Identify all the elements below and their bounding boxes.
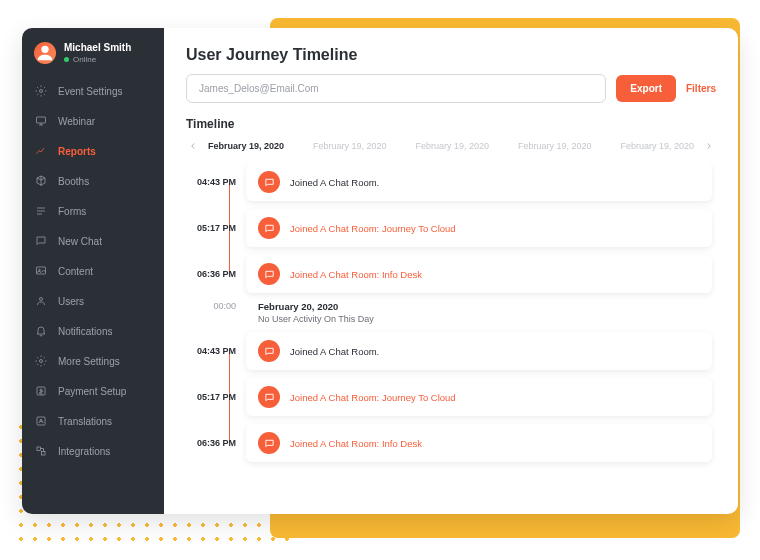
chat-icon (258, 171, 280, 193)
sidebar-item-label: Booths (58, 176, 89, 187)
sidebar-item-label: Notifications (58, 326, 112, 337)
sidebar-item-payment-setup[interactable]: Payment Setup (22, 376, 164, 406)
entry-text: Joined A Chat Room. (290, 177, 379, 188)
sidebar-item-content[interactable]: Content (22, 256, 164, 286)
search-input[interactable] (186, 74, 606, 103)
sidebar-item-label: Content (58, 266, 93, 277)
filters-button[interactable]: Filters (686, 83, 716, 94)
entry-card[interactable]: Joined A Chat Room: Info Desk (246, 424, 712, 462)
avatar (34, 42, 56, 64)
entry-text: Joined A Chat Room. (290, 346, 379, 357)
entry-card[interactable]: Joined A Chat Room: Info Desk (246, 255, 712, 293)
entry-time: 05:17 PM (186, 392, 236, 402)
chat-icon (258, 386, 280, 408)
gear-icon (34, 84, 48, 98)
sidebar-item-translations[interactable]: Translations (22, 406, 164, 436)
chat-icon (258, 432, 280, 454)
timeline-entry: 06:36 PMJoined A Chat Room: Info Desk (186, 424, 712, 462)
sidebar-item-label: Forms (58, 206, 86, 217)
svg-point-5 (40, 298, 43, 301)
sidebar-item-more-settings[interactable]: More Settings (22, 346, 164, 376)
entry-time: 04:43 PM (186, 346, 236, 356)
sidebar-item-label: Event Settings (58, 86, 122, 97)
sidebar-item-integrations[interactable]: Integrations (22, 436, 164, 466)
monitor-icon (34, 114, 48, 128)
search-row: Export Filters (186, 74, 716, 103)
svg-point-0 (41, 46, 48, 53)
lang-icon (34, 414, 48, 428)
gear-icon (34, 354, 48, 368)
entry-time: 04:43 PM (186, 177, 236, 187)
chat-icon (258, 263, 280, 285)
svg-point-4 (39, 269, 41, 271)
chat-icon (34, 234, 48, 248)
bell-icon (34, 324, 48, 338)
sidebar-item-webinar[interactable]: Webinar (22, 106, 164, 136)
entry-text: Joined A Chat Room: Info Desk (290, 269, 422, 280)
sidebar-item-new-chat[interactable]: New Chat (22, 226, 164, 256)
dollar-icon (34, 384, 48, 398)
date-tab[interactable]: February 19, 2020 (415, 141, 489, 151)
date-tab[interactable]: February 19, 2020 (518, 141, 592, 151)
date-tab[interactable]: February 19, 2020 (208, 141, 284, 151)
entry-time: 06:36 PM (186, 438, 236, 448)
timeline-entry: 04:43 PMJoined A Chat Room. (186, 332, 712, 370)
day-break-msg: No User Activity On This Day (258, 314, 712, 324)
sidebar-item-label: Payment Setup (58, 386, 126, 397)
sidebar-item-event-settings[interactable]: Event Settings (22, 76, 164, 106)
image-icon (34, 264, 48, 278)
chat-icon (258, 217, 280, 239)
profile[interactable]: Michael Smith Online (22, 38, 164, 76)
svg-point-6 (40, 360, 43, 363)
main-content: User Journey Timeline Export Filters Tim… (164, 28, 738, 514)
page-title: User Journey Timeline (186, 46, 716, 64)
entry-text: Joined A Chat Room: Journey To Cloud (290, 223, 456, 234)
status-text: Online (73, 55, 96, 64)
sidebar-item-notifications[interactable]: Notifications (22, 316, 164, 346)
date-nav: February 19, 2020February 19, 2020Februa… (186, 139, 716, 153)
sidebar-item-reports[interactable]: Reports (22, 136, 164, 166)
section-label: Timeline (186, 117, 716, 131)
date-tab[interactable]: February 19, 2020 (313, 141, 387, 151)
entry-card[interactable]: Joined A Chat Room. (246, 163, 712, 201)
sidebar-item-label: More Settings (58, 356, 120, 367)
chevron-left-icon[interactable] (186, 139, 200, 153)
form-icon (34, 204, 48, 218)
entry-card[interactable]: Joined A Chat Room: Journey To Cloud (246, 378, 712, 416)
svg-rect-2 (37, 117, 46, 123)
sidebar-item-label: Integrations (58, 446, 110, 457)
day-break-time: 00:00 (186, 301, 236, 324)
status-dot-icon (64, 57, 69, 62)
sidebar-item-forms[interactable]: Forms (22, 196, 164, 226)
chart-icon (34, 144, 48, 158)
sidebar-item-label: Webinar (58, 116, 95, 127)
chat-icon (258, 340, 280, 362)
integration-icon (34, 444, 48, 458)
entry-text: Joined A Chat Room: Info Desk (290, 438, 422, 449)
sidebar-item-label: New Chat (58, 236, 102, 247)
chevron-right-icon[interactable] (702, 139, 716, 153)
svg-point-1 (40, 90, 43, 93)
day-break-date: February 20, 2020 (258, 301, 712, 312)
entry-time: 06:36 PM (186, 269, 236, 279)
profile-name: Michael Smith (64, 42, 131, 53)
timeline-entry: 05:17 PMJoined A Chat Room: Journey To C… (186, 209, 712, 247)
sidebar-item-users[interactable]: Users (22, 286, 164, 316)
sidebar-item-booths[interactable]: Booths (22, 166, 164, 196)
timeline-entry: 06:36 PMJoined A Chat Room: Info Desk (186, 255, 712, 293)
entry-text: Joined A Chat Room: Journey To Cloud (290, 392, 456, 403)
app-window: Michael Smith Online Event SettingsWebin… (22, 28, 738, 514)
day-break: 00:00February 20, 2020No User Activity O… (186, 301, 712, 324)
entry-time: 05:17 PM (186, 223, 236, 233)
entry-card[interactable]: Joined A Chat Room. (246, 332, 712, 370)
sidebar-item-label: Users (58, 296, 84, 307)
date-tab[interactable]: February 19, 2020 (620, 141, 694, 151)
sidebar-item-label: Translations (58, 416, 112, 427)
export-button[interactable]: Export (616, 75, 676, 102)
timeline-entry: 04:43 PMJoined A Chat Room. (186, 163, 712, 201)
entry-card[interactable]: Joined A Chat Room: Journey To Cloud (246, 209, 712, 247)
status-indicator: Online (64, 55, 131, 64)
svg-rect-9 (37, 447, 41, 451)
cube-icon (34, 174, 48, 188)
timeline-entry: 05:17 PMJoined A Chat Room: Journey To C… (186, 378, 712, 416)
